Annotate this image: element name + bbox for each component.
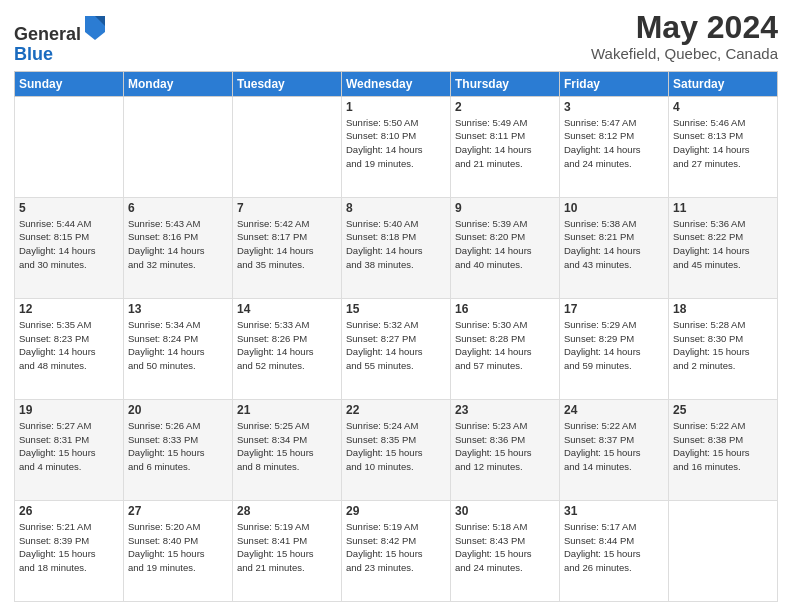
day-number: 24 xyxy=(564,403,664,417)
day-number: 9 xyxy=(455,201,555,215)
day-number: 16 xyxy=(455,302,555,316)
day-info: Sunrise: 5:22 AM Sunset: 8:37 PM Dayligh… xyxy=(564,419,664,474)
day-of-week-header: Monday xyxy=(124,71,233,96)
day-info: Sunrise: 5:34 AM Sunset: 8:24 PM Dayligh… xyxy=(128,318,228,373)
calendar-cell: 20Sunrise: 5:26 AM Sunset: 8:33 PM Dayli… xyxy=(124,399,233,500)
day-of-week-header: Thursday xyxy=(451,71,560,96)
calendar-cell: 5Sunrise: 5:44 AM Sunset: 8:15 PM Daylig… xyxy=(15,197,124,298)
day-of-week-header: Tuesday xyxy=(233,71,342,96)
calendar-cell: 14Sunrise: 5:33 AM Sunset: 8:26 PM Dayli… xyxy=(233,298,342,399)
calendar-cell xyxy=(124,96,233,197)
day-number: 17 xyxy=(564,302,664,316)
day-info: Sunrise: 5:26 AM Sunset: 8:33 PM Dayligh… xyxy=(128,419,228,474)
calendar-cell: 2Sunrise: 5:49 AM Sunset: 8:11 PM Daylig… xyxy=(451,96,560,197)
day-number: 21 xyxy=(237,403,337,417)
day-info: Sunrise: 5:23 AM Sunset: 8:36 PM Dayligh… xyxy=(455,419,555,474)
logo-general-text: General xyxy=(14,24,81,44)
calendar-cell: 12Sunrise: 5:35 AM Sunset: 8:23 PM Dayli… xyxy=(15,298,124,399)
day-info: Sunrise: 5:18 AM Sunset: 8:43 PM Dayligh… xyxy=(455,520,555,575)
day-of-week-header: Wednesday xyxy=(342,71,451,96)
day-number: 26 xyxy=(19,504,119,518)
calendar-cell: 15Sunrise: 5:32 AM Sunset: 8:27 PM Dayli… xyxy=(342,298,451,399)
calendar-week-row: 1Sunrise: 5:50 AM Sunset: 8:10 PM Daylig… xyxy=(15,96,778,197)
day-info: Sunrise: 5:50 AM Sunset: 8:10 PM Dayligh… xyxy=(346,116,446,171)
day-info: Sunrise: 5:30 AM Sunset: 8:28 PM Dayligh… xyxy=(455,318,555,373)
calendar-cell: 11Sunrise: 5:36 AM Sunset: 8:22 PM Dayli… xyxy=(669,197,778,298)
day-info: Sunrise: 5:22 AM Sunset: 8:38 PM Dayligh… xyxy=(673,419,773,474)
calendar-cell: 24Sunrise: 5:22 AM Sunset: 8:37 PM Dayli… xyxy=(560,399,669,500)
day-info: Sunrise: 5:35 AM Sunset: 8:23 PM Dayligh… xyxy=(19,318,119,373)
day-info: Sunrise: 5:20 AM Sunset: 8:40 PM Dayligh… xyxy=(128,520,228,575)
day-number: 4 xyxy=(673,100,773,114)
calendar-cell: 6Sunrise: 5:43 AM Sunset: 8:16 PM Daylig… xyxy=(124,197,233,298)
day-number: 14 xyxy=(237,302,337,316)
day-info: Sunrise: 5:42 AM Sunset: 8:17 PM Dayligh… xyxy=(237,217,337,272)
calendar-week-row: 5Sunrise: 5:44 AM Sunset: 8:15 PM Daylig… xyxy=(15,197,778,298)
day-info: Sunrise: 5:17 AM Sunset: 8:44 PM Dayligh… xyxy=(564,520,664,575)
header-right: May 2024 Wakefield, Quebec, Canada xyxy=(591,10,778,62)
day-number: 7 xyxy=(237,201,337,215)
calendar-cell: 26Sunrise: 5:21 AM Sunset: 8:39 PM Dayli… xyxy=(15,500,124,601)
day-number: 28 xyxy=(237,504,337,518)
page: General Blue May 2024 Wakefield, Quebec,… xyxy=(0,0,792,612)
day-info: Sunrise: 5:36 AM Sunset: 8:22 PM Dayligh… xyxy=(673,217,773,272)
day-number: 12 xyxy=(19,302,119,316)
calendar-cell: 27Sunrise: 5:20 AM Sunset: 8:40 PM Dayli… xyxy=(124,500,233,601)
location: Wakefield, Quebec, Canada xyxy=(591,45,778,62)
day-number: 31 xyxy=(564,504,664,518)
day-number: 22 xyxy=(346,403,446,417)
day-info: Sunrise: 5:49 AM Sunset: 8:11 PM Dayligh… xyxy=(455,116,555,171)
calendar-cell xyxy=(15,96,124,197)
day-number: 11 xyxy=(673,201,773,215)
day-number: 2 xyxy=(455,100,555,114)
day-info: Sunrise: 5:25 AM Sunset: 8:34 PM Dayligh… xyxy=(237,419,337,474)
day-info: Sunrise: 5:24 AM Sunset: 8:35 PM Dayligh… xyxy=(346,419,446,474)
day-number: 25 xyxy=(673,403,773,417)
calendar-cell: 13Sunrise: 5:34 AM Sunset: 8:24 PM Dayli… xyxy=(124,298,233,399)
calendar-cell: 9Sunrise: 5:39 AM Sunset: 8:20 PM Daylig… xyxy=(451,197,560,298)
calendar-week-row: 19Sunrise: 5:27 AM Sunset: 8:31 PM Dayli… xyxy=(15,399,778,500)
day-info: Sunrise: 5:19 AM Sunset: 8:41 PM Dayligh… xyxy=(237,520,337,575)
day-of-week-header: Friday xyxy=(560,71,669,96)
calendar-cell: 3Sunrise: 5:47 AM Sunset: 8:12 PM Daylig… xyxy=(560,96,669,197)
calendar-cell: 25Sunrise: 5:22 AM Sunset: 8:38 PM Dayli… xyxy=(669,399,778,500)
day-number: 30 xyxy=(455,504,555,518)
logo-icon xyxy=(83,12,107,40)
calendar-cell: 7Sunrise: 5:42 AM Sunset: 8:17 PM Daylig… xyxy=(233,197,342,298)
day-number: 15 xyxy=(346,302,446,316)
day-info: Sunrise: 5:44 AM Sunset: 8:15 PM Dayligh… xyxy=(19,217,119,272)
header-row: SundayMondayTuesdayWednesdayThursdayFrid… xyxy=(15,71,778,96)
calendar-cell: 18Sunrise: 5:28 AM Sunset: 8:30 PM Dayli… xyxy=(669,298,778,399)
day-info: Sunrise: 5:32 AM Sunset: 8:27 PM Dayligh… xyxy=(346,318,446,373)
day-info: Sunrise: 5:38 AM Sunset: 8:21 PM Dayligh… xyxy=(564,217,664,272)
calendar-cell: 4Sunrise: 5:46 AM Sunset: 8:13 PM Daylig… xyxy=(669,96,778,197)
calendar-cell: 17Sunrise: 5:29 AM Sunset: 8:29 PM Dayli… xyxy=(560,298,669,399)
day-number: 3 xyxy=(564,100,664,114)
day-number: 20 xyxy=(128,403,228,417)
calendar-cell xyxy=(233,96,342,197)
day-number: 23 xyxy=(455,403,555,417)
calendar-cell: 22Sunrise: 5:24 AM Sunset: 8:35 PM Dayli… xyxy=(342,399,451,500)
day-info: Sunrise: 5:19 AM Sunset: 8:42 PM Dayligh… xyxy=(346,520,446,575)
day-number: 10 xyxy=(564,201,664,215)
day-info: Sunrise: 5:47 AM Sunset: 8:12 PM Dayligh… xyxy=(564,116,664,171)
day-info: Sunrise: 5:43 AM Sunset: 8:16 PM Dayligh… xyxy=(128,217,228,272)
calendar-table: SundayMondayTuesdayWednesdayThursdayFrid… xyxy=(14,71,778,602)
day-number: 6 xyxy=(128,201,228,215)
day-info: Sunrise: 5:33 AM Sunset: 8:26 PM Dayligh… xyxy=(237,318,337,373)
calendar-week-row: 12Sunrise: 5:35 AM Sunset: 8:23 PM Dayli… xyxy=(15,298,778,399)
day-info: Sunrise: 5:29 AM Sunset: 8:29 PM Dayligh… xyxy=(564,318,664,373)
calendar-cell: 8Sunrise: 5:40 AM Sunset: 8:18 PM Daylig… xyxy=(342,197,451,298)
day-info: Sunrise: 5:39 AM Sunset: 8:20 PM Dayligh… xyxy=(455,217,555,272)
calendar-cell: 1Sunrise: 5:50 AM Sunset: 8:10 PM Daylig… xyxy=(342,96,451,197)
calendar-cell: 29Sunrise: 5:19 AM Sunset: 8:42 PM Dayli… xyxy=(342,500,451,601)
day-number: 29 xyxy=(346,504,446,518)
calendar-cell: 30Sunrise: 5:18 AM Sunset: 8:43 PM Dayli… xyxy=(451,500,560,601)
day-number: 13 xyxy=(128,302,228,316)
calendar-cell: 10Sunrise: 5:38 AM Sunset: 8:21 PM Dayli… xyxy=(560,197,669,298)
day-info: Sunrise: 5:28 AM Sunset: 8:30 PM Dayligh… xyxy=(673,318,773,373)
day-of-week-header: Sunday xyxy=(15,71,124,96)
calendar-cell: 19Sunrise: 5:27 AM Sunset: 8:31 PM Dayli… xyxy=(15,399,124,500)
day-info: Sunrise: 5:21 AM Sunset: 8:39 PM Dayligh… xyxy=(19,520,119,575)
day-number: 18 xyxy=(673,302,773,316)
